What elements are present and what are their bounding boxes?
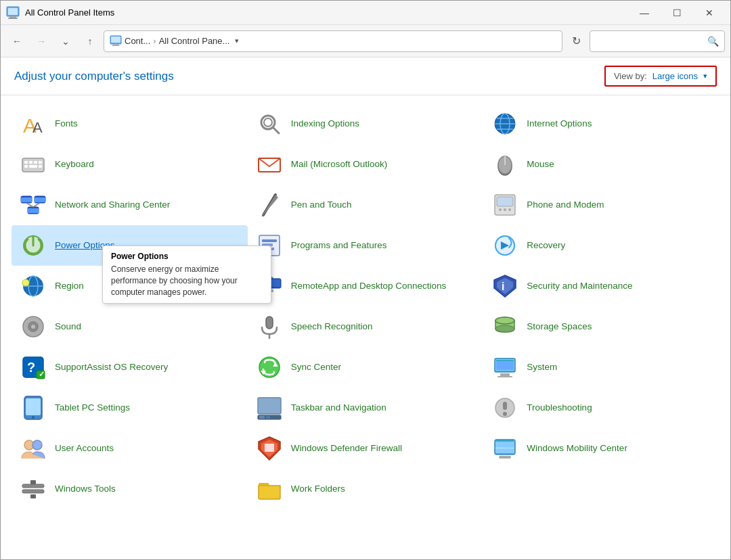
close-button[interactable]: ✕	[694, 3, 725, 23]
grid-item-user-accounts[interactable]: User Accounts	[12, 428, 248, 469]
address-bar[interactable]: Cont... › All Control Pane... ▾	[104, 30, 562, 52]
keyboard-icon	[20, 151, 47, 178]
maximize-button[interactable]: ☐	[661, 3, 692, 23]
mouse-label: Mouse	[527, 158, 554, 170]
svg-marker-41	[262, 195, 278, 216]
up-button[interactable]: ↑	[79, 30, 101, 52]
grid-item-mail[interactable]: Mail (Microsoft Outlook)	[248, 144, 484, 185]
security-maintenance-label: Security and Maintenance	[527, 280, 632, 292]
svg-rect-94	[266, 416, 270, 419]
forward-button[interactable]: →	[30, 30, 52, 52]
svg-point-73	[495, 325, 514, 332]
svg-line-38	[26, 203, 33, 207]
security-maintenance-icon: i	[491, 273, 518, 300]
pen-touch-icon	[256, 191, 283, 218]
grid-item-tablet-pc[interactable]: Tablet PC Settings	[12, 388, 248, 428]
svg-text:?: ?	[27, 360, 35, 375]
svg-point-58	[22, 279, 29, 286]
grid-item-troubleshooting[interactable]: Troubleshooting	[483, 388, 719, 428]
grid-item-phone-modem[interactable]: Phone and Modem	[483, 185, 719, 225]
storage-spaces-icon	[491, 313, 518, 340]
grid-item-work-folders[interactable]: Work Folders	[248, 469, 484, 509]
grid-item-security-maintenance[interactable]: iSecurity and Maintenance	[483, 266, 719, 306]
svg-point-46	[504, 208, 506, 211]
grid-item-supportassist[interactable]: ?✓SupportAssist OS Recovery	[12, 347, 248, 388]
svg-rect-50	[262, 239, 277, 242]
grid-item-sound[interactable]: Sound	[12, 306, 248, 347]
troubleshooting-icon	[491, 394, 518, 421]
grid-item-windows-defender[interactable]: Windows Defender Firewall	[248, 428, 484, 469]
address-path1: Cont...	[125, 36, 150, 46]
grid-item-programs-features[interactable]: Programs and Features	[248, 225, 484, 266]
grid-item-fonts[interactable]: AAFonts	[12, 103, 248, 144]
work-folders-label: Work Folders	[291, 483, 345, 495]
titlebar-controls: — ☐ ✕	[629, 3, 725, 23]
grid-item-remoteapp[interactable]: RemoteApp and Desktop Connections	[248, 266, 484, 306]
troubleshooting-label: Troubleshooting	[527, 402, 592, 414]
titlebar: All Control Panel Items — ☐ ✕	[1, 1, 730, 25]
dropdown-button[interactable]: ⌄	[55, 30, 76, 52]
address-dropdown-arrow[interactable]: ▾	[235, 37, 239, 45]
search-box[interactable]: 🔍	[590, 30, 725, 52]
grid-item-taskbar[interactable]: Taskbar and Navigation	[248, 388, 484, 428]
svg-point-74	[495, 317, 514, 324]
svg-rect-84	[500, 373, 510, 376]
grid-item-internet-options[interactable]: Internet Options	[483, 103, 719, 144]
recovery-label: Recovery	[527, 239, 565, 252]
grid-item-storage-spaces[interactable]: Storage Spaces	[483, 306, 719, 347]
speech-recognition-label: Speech Recognition	[291, 321, 373, 333]
sound-label: Sound	[55, 321, 81, 333]
viewby-control[interactable]: View by: Large icons ▾	[604, 66, 717, 87]
svg-rect-21	[34, 161, 37, 164]
taskbar-icon	[256, 394, 283, 421]
grid-item-mouse[interactable]: Mouse	[483, 144, 719, 185]
grid-item-sync-center[interactable]: Sync Center	[248, 347, 484, 388]
address-sep1: ›	[153, 36, 156, 46]
internet-options-label: Internet Options	[527, 118, 592, 130]
content-header: Adjust your computer's settings View by:…	[1, 57, 730, 95]
network-sharing-label: Network and Sharing Center	[55, 199, 170, 211]
phone-modem-icon	[491, 191, 518, 218]
fonts-icon: AA	[20, 110, 47, 137]
power-options-icon	[20, 232, 47, 259]
svg-rect-106	[495, 440, 514, 442]
remoteapp-label: RemoteApp and Desktop Connections	[291, 280, 447, 292]
refresh-button[interactable]: ↻	[565, 30, 587, 52]
windows-mobility-icon	[491, 435, 518, 462]
minimize-button[interactable]: —	[629, 3, 660, 23]
content-area[interactable]: AAFontsIndexing OptionsInternet OptionsK…	[1, 95, 730, 559]
grid-item-recovery[interactable]: Recovery	[483, 225, 719, 266]
windows-tools-label: Windows Tools	[55, 483, 116, 495]
grid-item-windows-mobility[interactable]: Windows Mobility Center	[483, 428, 719, 469]
mail-label: Mail (Microsoft Outlook)	[291, 158, 388, 170]
svg-rect-89	[26, 398, 41, 415]
svg-rect-24	[29, 165, 37, 168]
svg-line-39	[33, 203, 40, 207]
viewby-arrow-icon: ▾	[703, 72, 707, 80]
viewby-value[interactable]: Large icons	[652, 71, 698, 81]
windows-defender-icon	[256, 435, 283, 462]
svg-rect-105	[499, 456, 511, 459]
svg-rect-91	[258, 398, 281, 414]
titlebar-icon	[6, 6, 20, 20]
grid-item-indexing-options[interactable]: Indexing Options	[248, 103, 484, 144]
svg-rect-110	[30, 480, 36, 484]
work-folders-icon	[256, 475, 283, 503]
titlebar-title: All Control Panel Items	[25, 7, 629, 18]
svg-rect-93	[259, 416, 265, 419]
content-title: Adjust your computer's settings	[14, 70, 174, 83]
svg-point-11	[264, 118, 272, 126]
grid-item-speech-recognition[interactable]: Speech Recognition	[248, 306, 484, 347]
grid-item-network-sharing[interactable]: Network and Sharing Center	[12, 185, 248, 225]
windows-tools-icon	[20, 475, 47, 503]
back-button[interactable]: ←	[6, 30, 28, 52]
mail-icon	[256, 151, 283, 178]
grid-item-pen-touch[interactable]: Pen and Touch	[248, 185, 484, 225]
items-grid: AAFontsIndexing OptionsInternet OptionsK…	[12, 103, 719, 509]
svg-rect-96	[503, 402, 507, 410]
grid-item-keyboard[interactable]: Keyboard	[12, 144, 248, 185]
grid-item-system[interactable]: System	[483, 347, 719, 388]
user-accounts-icon	[20, 435, 47, 462]
grid-item-windows-tools[interactable]: Windows Tools	[12, 469, 248, 509]
svg-rect-109	[22, 490, 44, 493]
